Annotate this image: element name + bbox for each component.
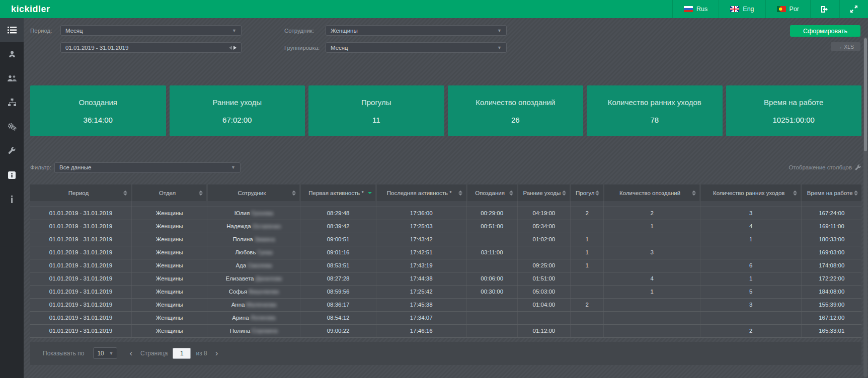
next-period-icon[interactable]	[233, 46, 236, 50]
table-row[interactable]: 01.01.2019 - 31.01.2019ЖенщиныАнна Мален…	[30, 298, 861, 311]
next-page-button[interactable]: ›	[212, 348, 221, 358]
logout-button[interactable]	[810, 0, 839, 18]
col-header-early-leaves[interactable]: Ранние уходы	[517, 184, 571, 201]
language-eng[interactable]: Eng	[719, 0, 765, 18]
cell: 09:00:22	[300, 324, 376, 337]
topbar: kickidler Rus Eng Por	[0, 0, 868, 18]
col-header-late-count[interactable]: Количество опозданий	[604, 184, 700, 201]
employee-first-name: Любовь	[235, 249, 256, 255]
table-header-row: Период Отдел Сотрудник Первая активность…	[30, 184, 861, 201]
sort-icon	[509, 191, 513, 196]
app-shell: Период: Месяц ▼ 01.01.2019 - 31.01.2019	[0, 18, 868, 378]
prev-page-button[interactable]: ‹	[126, 348, 135, 358]
language-rus[interactable]: Rus	[672, 0, 719, 18]
scrollbar-thumb[interactable]	[864, 38, 867, 151]
sidebar-item-employee[interactable]	[0, 42, 24, 66]
language-rus-label: Rus	[696, 6, 707, 13]
stat-label: Прогулы	[361, 98, 391, 107]
cell: 17:42:51	[376, 246, 466, 259]
sidebar-item-about[interactable]	[0, 187, 24, 211]
stat-card-early-leaves: Ранние уходы 67:02:00	[170, 85, 305, 136]
language-por[interactable]: Por	[765, 0, 810, 18]
export-xls-button[interactable]: → XLS	[831, 42, 860, 51]
per-page-select[interactable]: 10 ▼	[93, 347, 117, 359]
table-row[interactable]: 01.01.2019 - 31.01.2019ЖенщиныПолина Сор…	[30, 324, 861, 337]
col-header-period[interactable]: Период	[30, 184, 132, 201]
sidebar-item-structure[interactable]	[0, 90, 24, 115]
stat-value: 36:14:00	[84, 116, 113, 124]
cell: 00:30:00	[466, 285, 517, 298]
cell: 01.01.2019 - 31.01.2019	[30, 207, 132, 220]
prev-period-icon[interactable]	[229, 46, 232, 50]
sidebar-item-info[interactable]	[0, 163, 24, 187]
cell: 01.01.2019 - 31.01.2019	[30, 285, 132, 298]
cell: 4	[604, 272, 700, 285]
cell: Женщины	[132, 220, 207, 233]
date-range-field[interactable]: 01.01.2019 - 31.01.2019	[60, 42, 242, 53]
sort-icon	[595, 191, 599, 196]
sort-icon	[199, 191, 203, 196]
table-row[interactable]: 01.01.2019 - 31.01.2019ЖенщиныЛюбовь Гуе…	[30, 246, 861, 259]
cell: 1	[571, 259, 604, 272]
cell	[571, 272, 604, 285]
fullscreen-icon	[850, 5, 858, 13]
logout-icon	[821, 6, 829, 13]
cell: 01.01.2019 - 31.01.2019	[30, 233, 132, 246]
employee-select[interactable]: Женщины ▼	[326, 25, 507, 36]
col-header-early-leave-count[interactable]: Количество ранних уходов	[700, 184, 802, 201]
sidebar-item-employees-group[interactable]	[0, 66, 24, 90]
col-header-absence[interactable]: Прогул	[571, 184, 604, 201]
date-range-value: 01.01.2019 - 31.01.2019	[65, 45, 128, 51]
stat-card-work-time: Время на работе 10251:00:00	[726, 85, 862, 136]
table-row[interactable]: 01.01.2019 - 31.01.2019ЖенщиныЕлизавета …	[30, 272, 861, 285]
table-row[interactable]: 01.01.2019 - 31.01.2019ЖенщиныПолина Зим…	[30, 233, 861, 246]
table-row[interactable]: 01.01.2019 - 31.01.2019ЖенщиныАрина Логи…	[30, 311, 861, 324]
page-number-input[interactable]	[173, 348, 191, 359]
sidebar-item-tools[interactable]	[0, 139, 24, 163]
vertical-scrollbar[interactable]	[863, 37, 867, 377]
cell	[700, 311, 802, 324]
grouping-select[interactable]: Месяц ▼	[326, 42, 507, 53]
table-row[interactable]: 01.01.2019 - 31.01.2019ЖенщиныАда Смолев…	[30, 259, 861, 272]
table-row[interactable]: 01.01.2019 - 31.01.2019ЖенщиныСофья Вишн…	[30, 285, 861, 298]
grouping-select-value: Месяц	[331, 45, 348, 51]
stat-label: Опоздания	[79, 98, 117, 107]
employee-first-name: Полина	[232, 236, 253, 242]
sort-icon	[854, 191, 858, 196]
cell: 01:02:00	[517, 233, 571, 246]
cell	[571, 220, 604, 233]
cell: 17:25:42	[376, 285, 466, 298]
generate-button[interactable]: Сформировать	[790, 25, 860, 37]
chevron-down-icon: ▼	[231, 165, 235, 170]
col-header-department[interactable]: Отдел	[132, 184, 207, 201]
period-select[interactable]: Месяц ▼	[60, 25, 242, 36]
cell: 01.01.2019 - 31.01.2019	[30, 311, 132, 324]
sort-icon	[692, 191, 696, 196]
cell	[604, 324, 700, 337]
table-row[interactable]: 01.01.2019 - 31.01.2019ЖенщиныНадежда Ос…	[30, 220, 861, 233]
col-header-work-time[interactable]: Время на работе	[802, 184, 861, 201]
per-page-value: 10	[97, 350, 104, 357]
table-row[interactable]: 01.01.2019 - 31.01.2019ЖенщиныЮлия Гроне…	[30, 207, 861, 220]
col-header-late[interactable]: Опоздания	[466, 184, 517, 201]
cell	[571, 311, 604, 324]
sidebar-item-reports[interactable]	[0, 18, 24, 42]
col-header-employee[interactable]: Сотрудник	[207, 184, 300, 201]
fullscreen-button[interactable]	[839, 0, 868, 18]
cell: 17:36:00	[376, 207, 466, 220]
data-filter-select[interactable]: Все данные ▼	[54, 162, 241, 173]
cell: 00:51:00	[466, 220, 517, 233]
sidebar	[0, 18, 24, 378]
employee-first-name: Анна	[231, 302, 245, 308]
col-header-last-activity[interactable]: Последняя активность *	[376, 184, 466, 201]
cell: Женщины	[132, 285, 207, 298]
columns-display-link[interactable]: Отображение столбцов	[788, 164, 861, 171]
uk-flag-icon	[730, 6, 739, 12]
cell: 2	[700, 324, 802, 337]
sidebar-item-settings[interactable]	[0, 115, 24, 139]
cell: 3	[604, 246, 700, 259]
col-header-first-activity[interactable]: Первая активность *	[300, 184, 376, 201]
filter-actions: Сформировать → XLS	[790, 25, 861, 81]
tools-wrench-icon	[8, 147, 16, 155]
employee-last-name-blurred: Данилова	[256, 275, 282, 281]
